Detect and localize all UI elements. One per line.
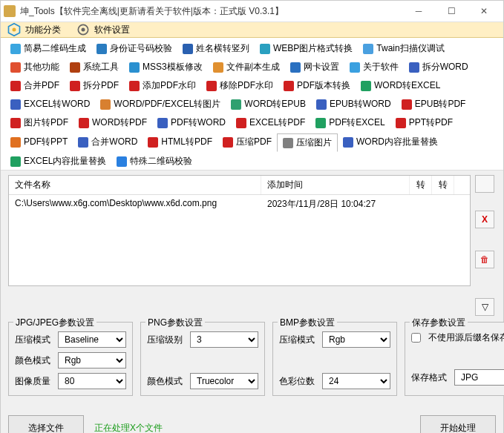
- close-button[interactable]: ✕: [468, 1, 500, 22]
- tab-icon: [10, 99, 21, 110]
- tab-29[interactable]: PDF转PPT: [5, 133, 73, 151]
- jpg-mode-select[interactable]: Baseline: [58, 331, 126, 348]
- tab-12[interactable]: 合并PDF: [5, 77, 65, 94]
- delete-row-button[interactable]: X: [475, 211, 494, 228]
- png-color-label: 颜色模式: [147, 375, 186, 388]
- side-blank-button[interactable]: [475, 175, 494, 193]
- tab-34[interactable]: WORD内容批量替换: [338, 133, 443, 151]
- tab-bar: 简易二维码生成身份证号码校验姓名横转竖列WEBP图片格式转换Twain扫描仪调试…: [1, 38, 503, 171]
- tab-icon: [10, 118, 21, 128]
- tab-icon: [10, 137, 21, 148]
- start-button[interactable]: 开始处理: [420, 415, 496, 433]
- tab-0[interactable]: 简易二维码生成: [5, 40, 91, 57]
- table-row[interactable]: C:\Users\www.x6g.com\Desktop\www.x6d.com…: [9, 195, 470, 214]
- tab-36[interactable]: 特殊二维码校验: [111, 153, 197, 170]
- jpg-color-select[interactable]: Rgb: [58, 352, 126, 368]
- tab-5[interactable]: 其他功能: [5, 59, 65, 76]
- tab-1[interactable]: 身份证号码校验: [91, 40, 177, 57]
- col-t1[interactable]: 转: [410, 176, 432, 194]
- tab-28[interactable]: PPT转PDF: [390, 114, 458, 131]
- bmp-mode-select[interactable]: Rgb: [322, 331, 390, 348]
- tab-icon: [10, 156, 21, 167]
- tab-17[interactable]: WORD转EXCEL: [356, 77, 445, 94]
- window-title: 坤_Tools【软件完全离线|更新请看关于软件|版本：正式版 V0.3.1】: [20, 5, 402, 18]
- tab-25[interactable]: PDF转WORD: [152, 114, 231, 131]
- app-icon: [4, 5, 16, 17]
- tab-9[interactable]: 网卡设置: [285, 59, 344, 76]
- tab-label: EPUB转WORD: [330, 98, 391, 110]
- tab-23[interactable]: 图片转PDF: [5, 114, 73, 131]
- tab-22[interactable]: EPUB转PDF: [396, 96, 471, 113]
- png-fieldset: PNG参数设置 压缩级别 3 颜色模式 Truecolor: [140, 322, 265, 396]
- tab-16[interactable]: PDF版本转换: [278, 77, 356, 94]
- jpg-quality-select[interactable]: 80: [58, 373, 126, 389]
- tab-2[interactable]: 姓名横转竖列: [177, 40, 255, 57]
- settings-button[interactable]: 软件设置: [76, 22, 130, 37]
- tab-8[interactable]: 文件副本生成: [208, 59, 285, 76]
- bmp-legend: BMP参数设置: [278, 317, 337, 329]
- nokeepext-checkbox[interactable]: [411, 333, 421, 343]
- move-down-button[interactable]: ▽: [475, 298, 494, 316]
- col-filename[interactable]: 文件名称: [9, 176, 261, 194]
- tab-label: 关于软件: [363, 61, 399, 73]
- tab-26[interactable]: EXCEL转PDF: [231, 114, 310, 131]
- tab-icon: [79, 118, 89, 128]
- cell-filename: C:\Users\www.x6g.com\Desktop\www.x6d.com…: [9, 195, 261, 214]
- tab-33[interactable]: 压缩图片: [277, 133, 338, 152]
- tab-label: WORD转EPUB: [244, 98, 306, 110]
- tab-32[interactable]: 压缩PDF: [217, 133, 277, 151]
- tab-15[interactable]: 移除PDF水印: [201, 77, 278, 94]
- tab-label: 特殊二维码校验: [130, 155, 192, 168]
- category-button[interactable]: 功能分类: [7, 22, 61, 37]
- tab-30[interactable]: 合并WORD: [73, 133, 143, 151]
- tab-label: PDF版本转换: [297, 79, 350, 92]
- tab-icon: [206, 81, 217, 91]
- tab-3[interactable]: WEBP图片格式转换: [255, 40, 358, 57]
- png-color-select[interactable]: Truecolor: [190, 373, 258, 389]
- clear-all-button[interactable]: 🗑: [475, 251, 494, 268]
- tab-20[interactable]: WORD转EPUB: [226, 96, 311, 113]
- col-t2[interactable]: 转: [432, 176, 454, 194]
- tab-6[interactable]: 系统工具: [65, 59, 124, 76]
- tab-7[interactable]: MSS3模板修改: [124, 59, 208, 76]
- tab-label: 文件副本生成: [226, 61, 280, 73]
- tab-18[interactable]: EXCEL转WORD: [5, 96, 95, 113]
- bmp-fieldset: BMP参数设置 压缩模式 Rgb 色彩位数 24: [272, 322, 397, 396]
- bmp-bits-select[interactable]: 24: [322, 373, 390, 389]
- file-table: 文件名称 添加时间 转 转 C:\Users\www.x6g.com\Deskt…: [8, 175, 471, 286]
- tab-label: WORD内容批量替换: [356, 136, 438, 148]
- titlebar: 坤_Tools【软件完全离线|更新请看关于软件|版本：正式版 V0.3.1】 ─…: [1, 1, 503, 22]
- tab-4[interactable]: Twain扫描仪调试: [358, 40, 449, 57]
- choose-file-button[interactable]: 选择文件: [8, 415, 84, 433]
- tab-11[interactable]: 拆分WORD: [404, 59, 474, 76]
- tab-icon: [350, 62, 360, 73]
- app-window: 坤_Tools【软件完全离线|更新请看关于软件|版本：正式版 V0.3.1】 ─…: [0, 0, 504, 433]
- tab-icon: [402, 99, 412, 110]
- png-level-select[interactable]: 3: [190, 331, 258, 348]
- save-format-select[interactable]: JPG: [454, 369, 504, 386]
- tab-label: 添加PDF水印: [143, 79, 196, 92]
- save-format-label: 保存格式: [411, 371, 450, 384]
- cell-time: 2023年/11月/28日 10:04:27: [261, 195, 410, 214]
- content-area: 文件名称 添加时间 转 转 C:\Users\www.x6g.com\Deskt…: [1, 171, 503, 433]
- tab-icon: [396, 118, 406, 128]
- jpg-fieldset: JPG/JPEG参数设置 压缩模式 Baseline 颜色模式 Rgb 图像质量…: [8, 322, 133, 396]
- tab-35[interactable]: EXCEL内容批量替换: [5, 153, 111, 170]
- maximize-button[interactable]: ☐: [435, 1, 468, 22]
- tab-24[interactable]: WORD转PDF: [73, 114, 152, 131]
- png-level-label: 压缩级别: [147, 334, 186, 346]
- tab-19[interactable]: WORD/PDF/EXCEL转图片: [95, 96, 226, 113]
- tab-label: EXCEL转WORD: [24, 98, 90, 110]
- tab-13[interactable]: 拆分PDF: [65, 77, 124, 94]
- col-addtime[interactable]: 添加时间: [261, 176, 410, 194]
- tab-21[interactable]: EPUB转WORD: [311, 96, 396, 113]
- tab-27[interactable]: PDF转EXCEL: [310, 114, 390, 131]
- table-header: 文件名称 添加时间 转 转: [9, 176, 470, 195]
- tab-14[interactable]: 添加PDF水印: [124, 77, 201, 94]
- tab-icon: [260, 44, 270, 54]
- tab-10[interactable]: 关于软件: [344, 59, 404, 76]
- tab-label: MSS3模板修改: [143, 61, 203, 73]
- table-body: C:\Users\www.x6g.com\Desktop\www.x6d.com…: [9, 195, 470, 214]
- minimize-button[interactable]: ─: [402, 1, 435, 22]
- tab-31[interactable]: HTML转PDF: [143, 133, 217, 151]
